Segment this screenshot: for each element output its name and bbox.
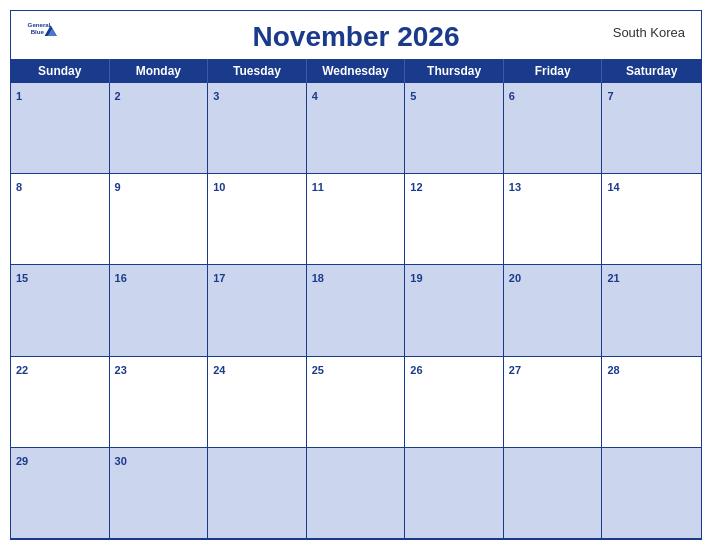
calendar-cell — [208, 448, 307, 539]
date-number: 18 — [312, 272, 324, 284]
calendar-cell: 28 — [602, 357, 701, 448]
date-number: 22 — [16, 364, 28, 376]
date-number: 27 — [509, 364, 521, 376]
calendar-cell — [504, 448, 603, 539]
date-number: 1 — [16, 90, 22, 102]
calendar-cell: 29 — [11, 448, 110, 539]
calendar-cell: 25 — [307, 357, 406, 448]
date-number: 13 — [509, 181, 521, 193]
day-thursday: Thursday — [405, 59, 504, 83]
calendar-cell: 19 — [405, 265, 504, 356]
date-number: 8 — [16, 181, 22, 193]
date-number: 29 — [16, 455, 28, 467]
calendar-cell: 5 — [405, 83, 504, 174]
logo-icon: General Blue — [27, 19, 59, 39]
calendar-cell: 15 — [11, 265, 110, 356]
date-number: 7 — [607, 90, 613, 102]
calendar-cell: 18 — [307, 265, 406, 356]
day-tuesday: Tuesday — [208, 59, 307, 83]
date-number: 4 — [312, 90, 318, 102]
date-number: 25 — [312, 364, 324, 376]
day-friday: Friday — [504, 59, 603, 83]
calendar-cell: 17 — [208, 265, 307, 356]
calendar-title: November 2026 — [252, 21, 459, 53]
date-number: 17 — [213, 272, 225, 284]
date-number: 9 — [115, 181, 121, 193]
calendar-cell: 11 — [307, 174, 406, 265]
days-header: Sunday Monday Tuesday Wednesday Thursday… — [11, 59, 701, 83]
calendar-header: General Blue November 2026 South Korea — [11, 11, 701, 59]
calendar-cell: 16 — [110, 265, 209, 356]
date-number: 21 — [607, 272, 619, 284]
day-monday: Monday — [110, 59, 209, 83]
calendar-cell: 7 — [602, 83, 701, 174]
date-number: 30 — [115, 455, 127, 467]
date-number: 19 — [410, 272, 422, 284]
date-number: 14 — [607, 181, 619, 193]
svg-text:General: General — [28, 21, 51, 28]
date-number: 15 — [16, 272, 28, 284]
calendar-cell: 1 — [11, 83, 110, 174]
date-number: 6 — [509, 90, 515, 102]
date-number: 11 — [312, 181, 324, 193]
day-wednesday: Wednesday — [307, 59, 406, 83]
calendar-cell: 10 — [208, 174, 307, 265]
calendar-cell: 26 — [405, 357, 504, 448]
calendar: General Blue November 2026 South Korea S… — [10, 10, 702, 540]
date-number: 23 — [115, 364, 127, 376]
date-number: 10 — [213, 181, 225, 193]
day-saturday: Saturday — [602, 59, 701, 83]
date-number: 12 — [410, 181, 422, 193]
calendar-cell: 12 — [405, 174, 504, 265]
calendar-cell: 20 — [504, 265, 603, 356]
date-number: 16 — [115, 272, 127, 284]
calendar-cell: 14 — [602, 174, 701, 265]
date-number: 2 — [115, 90, 121, 102]
calendar-cell: 4 — [307, 83, 406, 174]
date-number: 24 — [213, 364, 225, 376]
date-number: 3 — [213, 90, 219, 102]
calendar-cell: 3 — [208, 83, 307, 174]
country-label: South Korea — [613, 25, 685, 40]
calendar-cell: 6 — [504, 83, 603, 174]
calendar-cell: 21 — [602, 265, 701, 356]
day-sunday: Sunday — [11, 59, 110, 83]
calendar-cell — [307, 448, 406, 539]
calendar-cell: 13 — [504, 174, 603, 265]
date-number: 5 — [410, 90, 416, 102]
calendar-cell: 9 — [110, 174, 209, 265]
calendar-cell: 22 — [11, 357, 110, 448]
calendar-cell: 23 — [110, 357, 209, 448]
calendar-cell: 8 — [11, 174, 110, 265]
date-number: 28 — [607, 364, 619, 376]
calendar-cell — [405, 448, 504, 539]
calendar-cell: 24 — [208, 357, 307, 448]
calendar-cell: 27 — [504, 357, 603, 448]
svg-text:Blue: Blue — [31, 28, 45, 35]
calendar-cell: 30 — [110, 448, 209, 539]
date-number: 20 — [509, 272, 521, 284]
logo: General Blue — [27, 19, 59, 39]
calendar-cell — [602, 448, 701, 539]
date-number: 26 — [410, 364, 422, 376]
calendar-cell: 2 — [110, 83, 209, 174]
calendar-grid: 1234567891011121314151617181920212223242… — [11, 83, 701, 539]
